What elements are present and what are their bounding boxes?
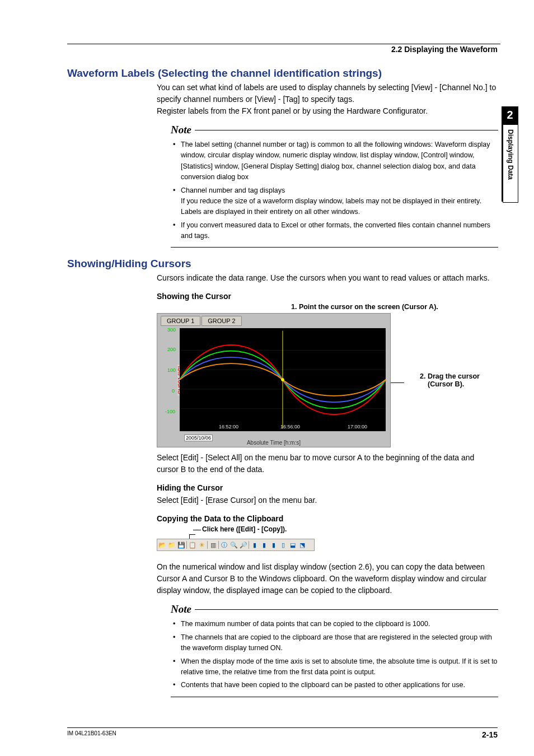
note-item: The channels that are copied to the clip…	[171, 632, 498, 654]
copy-hint: Click here ([Edit] - [Copy]).	[193, 525, 498, 533]
save-icon[interactable]: 💾	[176, 540, 186, 549]
tab-group1[interactable]: GROUP 1	[161, 316, 200, 326]
view5-icon[interactable]: ⬓	[288, 540, 297, 549]
callout-cursor-b: 2. Drag the cursor (Cursor B).	[420, 372, 498, 388]
rule	[195, 130, 498, 130]
subheading-hiding-cursor: Hiding the Cursor	[157, 483, 498, 492]
note-item: The label setting (channel number or tag…	[171, 139, 498, 183]
tab-group2[interactable]: GROUP 2	[202, 316, 241, 326]
svg-point-5	[281, 379, 284, 382]
page-footer: IM 04L21B01-63EN 2-15	[67, 727, 498, 739]
settings-icon[interactable]: ▥	[208, 540, 218, 549]
info-icon[interactable]: ⓘ	[219, 540, 229, 549]
paragraph: Select [Edit] - [Erase Cursor] on the me…	[157, 494, 498, 506]
subheading-copy-clipboard: Copying the Data to the Clipboard	[157, 514, 498, 523]
x-tick: 17:00:00	[348, 424, 367, 430]
open-icon[interactable]: 📂	[157, 540, 167, 549]
rule	[171, 697, 498, 697]
y-tick: 200	[167, 347, 176, 352]
paragraph: You can set what kind of labels are used…	[157, 82, 498, 105]
y-tick: -100	[165, 409, 175, 414]
subheading-showing-cursor: Showing the Cursor	[157, 292, 498, 301]
paragraph: Register labels from the FX front panel …	[157, 105, 498, 117]
note-item: If you convert measured data to Excel or…	[171, 220, 498, 242]
note-item: Contents that have been copied to the cl…	[171, 680, 498, 690]
note-list: The label setting (channel number or tag…	[171, 139, 498, 241]
paragraph: On the numerical window and list display…	[157, 561, 498, 596]
page: 2.2 Displaying the Waveform 2 Displaying…	[0, 0, 534, 756]
header-rule	[67, 44, 500, 44]
plot-area[interactable]: 300 200 100 0 -100 16:52:00 16:56:00 17:…	[180, 328, 386, 431]
view3-icon[interactable]: ▮	[269, 540, 278, 549]
view1-icon[interactable]: ▮	[250, 540, 259, 549]
paragraph: Cursors indicate the data range. Use the…	[157, 272, 498, 284]
view2-icon[interactable]: ▮	[259, 540, 269, 549]
toolbar: 📂 📁 💾 📋 ✳ ▥ ⓘ 🔍 🔎 ▮ ▮ ▮ ▯ ⬓ ⬔	[157, 539, 315, 551]
x-tick: 16:52:00	[219, 424, 238, 430]
chapter-title: Displaying Data	[503, 124, 518, 203]
note-item: When the display mode of the time axis i…	[171, 656, 498, 678]
folder-icon[interactable]: 📁	[167, 540, 176, 549]
note-block: Note The label setting (channel number o…	[171, 124, 498, 248]
zoom-out-icon[interactable]: 🔎	[238, 540, 248, 549]
content-area: Waveform Labels (Selecting the channel i…	[0, 67, 534, 697]
view6-icon[interactable]: ⬔	[297, 540, 307, 549]
section-header: 2.2 Displaying the Waveform	[0, 45, 534, 57]
page-number: 2-15	[482, 730, 498, 739]
x-tick: 16:56:00	[280, 424, 300, 430]
doc-id: IM 04L21B01-63EN	[67, 730, 116, 739]
date-box: 2005/10/06	[184, 435, 213, 441]
view4-icon[interactable]: ▯	[278, 540, 288, 549]
graph-row: GROUP 1 GROUP 2 CH001 [°C]	[157, 313, 498, 447]
star-icon[interactable]: ✳	[197, 540, 207, 549]
y-tick: 300	[167, 327, 176, 333]
note-block: Note The maximum number of data points t…	[171, 603, 498, 697]
note-list: The maximum number of data points that c…	[171, 619, 498, 690]
chapter-number: 2	[502, 106, 518, 123]
note-item: The maximum number of data points that c…	[171, 619, 498, 629]
zoom-in-icon[interactable]: 🔍	[229, 540, 238, 549]
y-tick: 0	[172, 388, 175, 394]
heading-cursors: Showing/Hiding Cursors	[67, 258, 498, 270]
chapter-tab: 2 Displaying Data	[502, 106, 518, 202]
x-axis-label: Absolute Time [h:m:s]	[247, 440, 301, 446]
y-tick: 100	[167, 367, 176, 373]
note-label: Note	[171, 124, 191, 136]
graph-tabs: GROUP 1 GROUP 2	[161, 316, 243, 326]
waveform-svg	[180, 328, 386, 431]
rule	[195, 609, 498, 610]
copy-icon[interactable]: 📋	[188, 540, 197, 549]
note-item: Channel number and tag displays If you r…	[171, 185, 498, 218]
paragraph: Select [Edit] - [Select All] on the menu…	[157, 452, 498, 475]
heading-waveform-labels: Waveform Labels (Selecting the channel i…	[67, 67, 498, 80]
rule	[171, 247, 498, 248]
waveform-graph[interactable]: GROUP 1 GROUP 2 CH001 [°C]	[157, 313, 391, 447]
note-label: Note	[171, 603, 191, 615]
callout-cursor-a: 1. Point the cursor on the screen (Curso…	[291, 303, 498, 311]
callout-connector: 2. Drag the cursor (Cursor B).	[391, 372, 498, 388]
